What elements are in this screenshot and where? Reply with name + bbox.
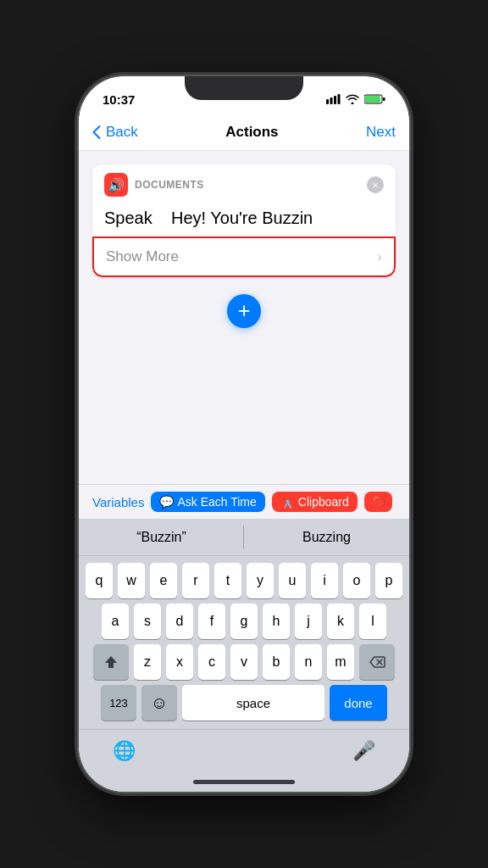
key-s[interactable]: s <box>134 604 161 639</box>
svg-rect-1 <box>330 97 333 104</box>
variables-link[interactable]: Variables <box>92 495 144 509</box>
show-more-label: Show More <box>106 248 179 265</box>
doc-section-label: DOCUMENTS <box>135 179 204 191</box>
speak-label: Speak <box>104 209 152 227</box>
key-c[interactable]: c <box>198 644 225 680</box>
shift-icon <box>103 654 119 670</box>
variables-bar: Variables 💬 Ask Each Time ✂️ Clipboard 🔴 <box>79 484 409 519</box>
key-b[interactable]: b <box>263 644 290 680</box>
close-icon: × <box>372 180 379 191</box>
clipboard-label: Clipboard <box>298 495 349 509</box>
plus-area: + <box>79 277 409 345</box>
status-icons <box>326 94 385 104</box>
key-p[interactable]: p <box>375 563 402 598</box>
key-row-2: a s d f g h j k l <box>82 604 406 639</box>
key-o[interactable]: o <box>343 563 370 598</box>
signal-icon <box>326 94 341 104</box>
key-e[interactable]: e <box>150 563 177 598</box>
key-g[interactable]: g <box>230 604 258 639</box>
action-card-label: 🔊 DOCUMENTS <box>104 173 204 197</box>
key-n[interactable]: n <box>295 644 322 680</box>
speak-text: Hey! You're Buzzin <box>171 209 313 227</box>
done-key[interactable]: done <box>330 685 387 721</box>
done-label: done <box>344 696 372 710</box>
num-label: 123 <box>109 697 128 709</box>
autocomplete-bar: “Buzzin” Buzzing <box>79 519 409 556</box>
key-row-1: q w e r t y u i o p <box>82 563 406 598</box>
speak-row: Speak Hey! You're Buzzin <box>92 203 396 236</box>
show-more-chevron-icon: › <box>377 248 382 265</box>
key-q[interactable]: q <box>86 563 113 598</box>
doc-icon-symbol: 🔊 <box>108 177 125 193</box>
ask-each-time-label: Ask Each Time <box>177 495 256 509</box>
key-v[interactable]: v <box>230 644 258 680</box>
key-m[interactable]: m <box>327 644 354 680</box>
wifi-icon <box>346 94 359 104</box>
show-more-row[interactable]: Show More › <box>92 236 396 277</box>
autocomplete-text-1: “Buzzin” <box>136 530 186 545</box>
key-x[interactable]: x <box>166 644 193 680</box>
back-label: Back <box>106 124 138 141</box>
key-h[interactable]: h <box>263 604 290 639</box>
doc-icon: 🔊 <box>104 173 128 197</box>
svg-rect-5 <box>365 96 380 103</box>
clipboard-icon: ✂️ <box>280 495 295 509</box>
main-content: 🔊 DOCUMENTS × Speak Hey! You're Buzzin S… <box>79 151 409 792</box>
key-row-3: z x c v b n m <box>82 644 406 680</box>
emoji-icon: ☺ <box>151 693 168 713</box>
num-key[interactable]: 123 <box>101 685 136 721</box>
back-button[interactable]: Back <box>92 124 138 141</box>
key-j[interactable]: j <box>295 604 322 639</box>
shift-key[interactable] <box>93 644 129 680</box>
svg-rect-6 <box>383 97 385 101</box>
key-d[interactable]: d <box>166 604 193 639</box>
battery-icon <box>364 94 385 104</box>
key-k[interactable]: k <box>327 604 354 639</box>
delete-icon <box>369 655 385 669</box>
add-action-button[interactable]: + <box>227 294 261 328</box>
autocomplete-item-2[interactable]: Buzzing <box>244 519 409 555</box>
status-time: 10:37 <box>103 92 135 107</box>
home-bar <box>193 780 295 784</box>
phone-shell: 10:37 <box>79 76 409 792</box>
key-r[interactable]: r <box>182 563 209 598</box>
key-w[interactable]: w <box>118 563 145 598</box>
delete-key[interactable] <box>359 644 395 680</box>
autocomplete-item-1[interactable]: “Buzzin” <box>79 519 244 555</box>
key-y[interactable]: y <box>247 563 274 598</box>
nav-title: Actions <box>225 124 278 141</box>
key-row-4: 123 ☺ space done <box>82 685 406 721</box>
svg-rect-3 <box>338 94 341 104</box>
key-f[interactable]: f <box>198 604 225 639</box>
clipboard-chip[interactable]: ✂️ Clipboard <box>272 492 358 512</box>
more-icon: 🔴 <box>371 495 385 509</box>
status-bar: 10:37 <box>79 76 409 114</box>
action-card: 🔊 DOCUMENTS × Speak Hey! You're Buzzin S… <box>92 164 396 277</box>
autocomplete-text-2: Buzzing <box>302 530 351 545</box>
key-t[interactable]: t <box>214 563 241 598</box>
key-u[interactable]: u <box>279 563 306 598</box>
key-a[interactable]: a <box>102 604 129 639</box>
svg-rect-2 <box>334 96 336 104</box>
svg-rect-0 <box>326 99 329 104</box>
bottom-bar: 🌐 🎤 <box>79 729 409 771</box>
plus-icon: + <box>237 299 250 321</box>
ask-each-time-icon: 💬 <box>159 495 174 509</box>
mic-icon[interactable]: 🎤 <box>352 740 375 762</box>
notch <box>185 76 303 100</box>
action-card-header: 🔊 DOCUMENTS × <box>92 164 396 203</box>
ask-each-time-chip[interactable]: 💬 Ask Each Time <box>151 492 264 512</box>
space-label: space <box>236 696 270 710</box>
key-i[interactable]: i <box>311 563 338 598</box>
globe-icon[interactable]: 🌐 <box>113 740 136 762</box>
emoji-key[interactable]: ☺ <box>141 685 177 721</box>
space-key[interactable]: space <box>182 685 324 721</box>
key-l[interactable]: l <box>359 604 386 639</box>
more-chip[interactable]: 🔴 <box>364 492 392 512</box>
phone-screen: 10:37 <box>79 76 409 792</box>
close-button[interactable]: × <box>367 176 384 193</box>
key-z[interactable]: z <box>134 644 161 680</box>
back-chevron-icon <box>92 125 101 139</box>
nav-bar: Back Actions Next <box>79 114 409 151</box>
next-button[interactable]: Next <box>366 124 396 141</box>
